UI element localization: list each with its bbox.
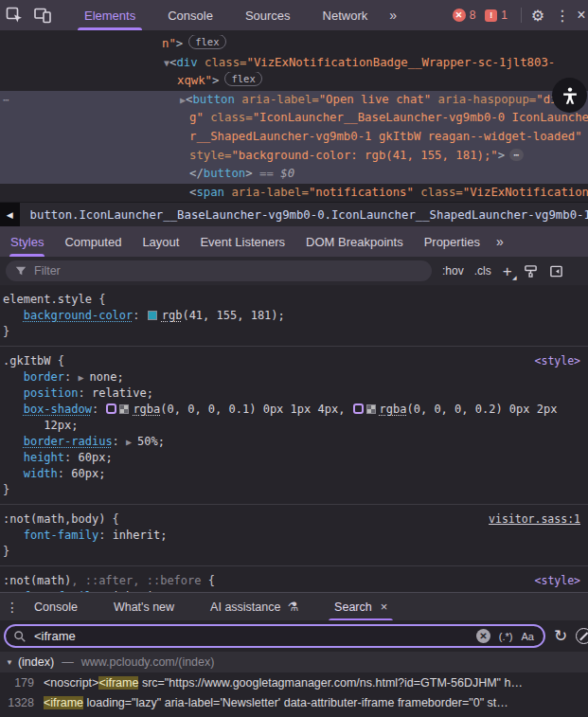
drawer-tab-ai-assistance[interactable]: AI assistance⚗: [201, 593, 308, 621]
dom-tree-node[interactable]: style="background-color: rgb(41, 155, 18…: [0, 147, 588, 166]
css-rule-line[interactable]: .gkItbW {: [3, 353, 588, 369]
code-token: rgb: [162, 309, 183, 322]
close-devtools-icon[interactable]: ×: [575, 0, 588, 30]
code-token: ▶: [79, 372, 90, 383]
css-rule[interactable]: :not(math), ::after, ::before { font-fam…: [0, 566, 588, 592]
dom-tree-node[interactable]: n">flex: [0, 35, 588, 54]
rule-source-link[interactable]: <style>: [535, 354, 580, 367]
tab-event-listeners[interactable]: Event Listeners: [189, 226, 295, 257]
tab-sources[interactable]: Sources: [229, 0, 307, 30]
dom-tree-node[interactable]: </button> == $0: [0, 165, 588, 184]
code-token: >: [498, 149, 505, 162]
drawer-tab-search[interactable]: Search×: [325, 593, 397, 621]
dom-tree-node[interactable]: r__ShapedLauncher-vg9mb0-1 gkItbW reagan…: [0, 128, 588, 147]
drawer-tab-what-s-new[interactable]: What's new: [104, 593, 184, 621]
code-token: [353, 403, 364, 414]
more-tabs-button[interactable]: »: [383, 8, 401, 23]
rule-source-link[interactable]: visitor.sass:1: [489, 512, 580, 526]
css-rule-line[interactable]: }: [3, 482, 588, 498]
refresh-search-icon[interactable]: ↻: [554, 626, 567, 646]
css-rule[interactable]: element.style { background-color: rgb(41…: [0, 285, 588, 347]
styles-filter-input[interactable]: [34, 264, 394, 278]
dom-tree-node[interactable]: ▼<div class="VizExNotificationBadge__Wra…: [0, 54, 588, 73]
css-rule-line[interactable]: box-shadow: rgba(0, 0, 0, 0.1) 0px 1px 4…: [3, 402, 588, 418]
code-token: [366, 404, 376, 414]
error-icon: ✕: [453, 9, 466, 22]
match-case-toggle-icon[interactable]: Aa: [522, 631, 534, 642]
dom-tree-node[interactable]: ⋯▶<button aria-label="Open live chat" ar…: [0, 91, 588, 110]
device-toolbar-icon[interactable]: [28, 0, 57, 30]
code-token: }: [3, 483, 9, 496]
code-token: [106, 403, 116, 414]
css-rule-line[interactable]: 12px;: [3, 418, 588, 434]
devtools-toolbar: ElementsConsoleSourcesNetwork » ✕ 8 ! 1 …: [0, 0, 588, 30]
issues-badge[interactable]: ! 1: [485, 9, 508, 22]
tab-layout[interactable]: Layout: [132, 226, 189, 257]
css-rule-line[interactable]: border: ▶ none;: [3, 369, 588, 385]
search-input[interactable]: [34, 629, 476, 643]
tab-elements[interactable]: Elements: [68, 0, 151, 30]
code-token: "IconLauncher__BaseLauncher-vg9mb0-0 Ico…: [253, 111, 588, 124]
accessibility-icon[interactable]: [552, 78, 587, 113]
search-result-row[interactable]: 1328<iframe loading="lazy" aria-label='N…: [0, 692, 588, 712]
toggle-sidebar-panel-icon[interactable]: [549, 264, 563, 278]
clear-results-icon[interactable]: [576, 628, 588, 644]
code-token: [3, 529, 24, 542]
breadcrumb-scroll-left-button[interactable]: ◀: [0, 203, 20, 227]
tab-properties[interactable]: Properties: [414, 226, 490, 257]
code-token: :: [92, 403, 105, 416]
code-token: flex: [224, 72, 261, 86]
drawer-kebab-menu-icon[interactable]: ⋮: [0, 593, 25, 621]
error-count: 8: [470, 9, 476, 22]
css-rule-line[interactable]: :not(math), ::after, ::before {: [3, 573, 588, 589]
search-field[interactable]: ✕ (.*) Aa: [4, 624, 545, 648]
settings-gear-icon[interactable]: ⚙: [526, 0, 550, 30]
regex-toggle-icon[interactable]: (.*): [499, 631, 513, 642]
css-rule-line[interactable]: font-family: inherit;: [3, 528, 588, 544]
color-format-brush-icon[interactable]: [524, 264, 538, 278]
css-rule-line[interactable]: }: [3, 544, 588, 560]
styles-filter-field[interactable]: [6, 260, 432, 281]
kebab-menu-icon[interactable]: ⋮: [550, 0, 575, 30]
result-line-content: <noscript><iframe src="https://www.googl…: [44, 676, 523, 690]
css-rule-line[interactable]: border-radius: ▶ 50%;: [3, 434, 588, 450]
dom-tree-node[interactable]: <span aria-label="notifications" class="…: [0, 184, 588, 202]
css-rule-line[interactable]: background-color: rgb(41, 155, 181);: [3, 308, 588, 324]
css-rule-line[interactable]: element.style {: [3, 292, 588, 308]
tab-console[interactable]: Console: [151, 0, 229, 30]
code-token: ▶: [126, 437, 137, 447]
search-result-row[interactable]: 179<noscript><iframe src="https://www.go…: [0, 672, 588, 692]
css-rule-line[interactable]: }: [3, 324, 588, 340]
toolbar-divider: [521, 8, 522, 23]
code-token: [3, 451, 24, 464]
close-tab-icon[interactable]: ×: [381, 600, 388, 614]
flask-icon: ⚗: [287, 600, 298, 614]
search-result-file-header[interactable]: ▼ (index) — www.pcloudy.com/(index): [0, 652, 588, 672]
more-sidebar-tabs-button[interactable]: »: [490, 234, 508, 249]
css-rule-line[interactable]: position: relative;: [3, 385, 588, 402]
new-style-rule-button[interactable]: + ◢: [503, 263, 512, 279]
css-rule-line[interactable]: width: 60px;: [3, 466, 588, 482]
toggle-hover-state-button[interactable]: :hov: [442, 264, 464, 278]
code-token: button: [192, 93, 234, 106]
breadcrumb[interactable]: button.IconLauncher__BaseLauncher-vg9mb0…: [30, 208, 588, 222]
rule-source-link[interactable]: <style>: [535, 574, 580, 587]
plus-corner-icon: ◢: [512, 275, 517, 280]
code-token: [3, 309, 24, 322]
css-rule-line[interactable]: height: 60px;: [3, 450, 588, 466]
dom-tree-node[interactable]: xqwk">flex: [0, 72, 588, 91]
tab-styles[interactable]: Styles: [0, 226, 54, 257]
inspect-element-icon[interactable]: [0, 0, 28, 30]
drawer-tab-console[interactable]: Console: [25, 593, 87, 621]
css-rule[interactable]: .gkItbW { border: ▶ none; position: rela…: [0, 347, 588, 505]
css-rule[interactable]: :not(math,body) { font-family: inherit;}…: [0, 505, 588, 566]
code-token: 60px;: [71, 467, 105, 480]
tab-network[interactable]: Network: [307, 0, 384, 30]
clear-search-icon[interactable]: ✕: [476, 629, 490, 643]
tab-dom-breakpoints[interactable]: DOM Breakpoints: [295, 226, 414, 257]
toggle-element-classes-button[interactable]: .cls: [474, 264, 491, 278]
drawer-tab-label: AI assistance: [210, 600, 280, 614]
console-errors-badge[interactable]: ✕ 8: [453, 9, 476, 22]
tab-computed[interactable]: Computed: [54, 226, 132, 257]
dom-tree-node[interactable]: g" class="IconLauncher__BaseLauncher-vg9…: [0, 109, 588, 128]
